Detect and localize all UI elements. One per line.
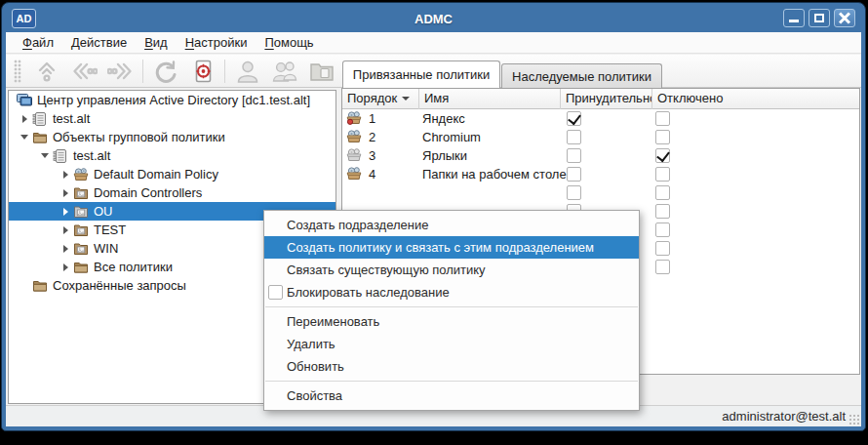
disabled-checkbox[interactable] <box>655 260 670 274</box>
table-row[interactable]: 2 Chromium <box>342 128 859 146</box>
ou-folder-icon <box>73 185 89 201</box>
forward-button[interactable] <box>105 58 136 85</box>
disabled-checkbox[interactable] <box>655 130 670 144</box>
menu-item-block-inheritance[interactable]: Блокировать наследование <box>264 281 639 303</box>
ou-folder-icon <box>73 241 89 257</box>
column-header-name[interactable]: Имя <box>419 89 561 109</box>
tree-item-domain[interactable]: test.alt <box>9 109 335 128</box>
disabled-checkbox[interactable] <box>655 111 670 126</box>
tree-item-default-domain-policy[interactable]: Default Domain Policy <box>9 165 335 183</box>
maximize-button[interactable] <box>809 9 830 27</box>
ou-folder-icon <box>73 204 89 220</box>
expander-collapsed-icon[interactable] <box>58 263 73 271</box>
tree-item-root[interactable]: Центр управления Active Directory [dc1.t… <box>9 91 335 109</box>
expander-expanded-icon[interactable] <box>37 153 53 158</box>
resize-grip[interactable] <box>848 414 859 425</box>
refresh-button[interactable] <box>150 58 180 85</box>
user-button[interactable] <box>232 58 262 85</box>
disabled-checkbox[interactable] <box>655 148 670 163</box>
disabled-checkbox[interactable] <box>655 204 670 219</box>
menu-settings[interactable]: Настройки <box>177 32 256 54</box>
domain-icon <box>53 148 68 164</box>
app-icon: AD <box>12 9 36 28</box>
tab-linked-policies[interactable]: Привязанные политики <box>342 61 500 88</box>
disabled-checkbox[interactable] <box>655 185 670 200</box>
titlebar[interactable]: AD ADMC <box>5 5 862 32</box>
users-icon <box>271 59 298 84</box>
toolbar-drag-handle[interactable] <box>14 60 21 83</box>
tree-item-label: TEST <box>94 222 126 237</box>
tree-item-domain-gpo[interactable]: test.alt <box>9 146 335 165</box>
tree-item-domain-controllers[interactable]: Domain Controllers <box>9 183 335 202</box>
expander-collapsed-icon[interactable] <box>58 189 73 197</box>
tree-item-label: Default Domain Policy <box>94 167 218 182</box>
policy-enforced-icon <box>346 110 362 126</box>
tree-item-label: Объекты групповой политики <box>53 130 225 144</box>
maximize-icon <box>814 14 824 22</box>
policy-folder-icon <box>308 59 335 84</box>
filter-objects-button[interactable] <box>187 58 217 85</box>
toolbar-separator <box>142 60 143 83</box>
disabled-checkbox[interactable] <box>655 167 670 182</box>
tree-item-label: Центр управления Active Directory [dc1.t… <box>37 93 310 107</box>
forced-checkbox[interactable] <box>567 130 581 144</box>
menu-separator <box>265 306 638 307</box>
menu-item-properties[interactable]: Свойства <box>264 384 639 407</box>
menu-help[interactable]: Помощь <box>256 32 322 54</box>
ou-context-menu: Создать подразделение Создать политику и… <box>263 210 640 411</box>
table-row[interactable]: 1 Яндекс <box>342 109 859 128</box>
minimize-button[interactable] <box>783 9 805 27</box>
forced-checkbox[interactable] <box>567 148 581 163</box>
menu-view[interactable]: Вид <box>136 32 177 54</box>
policy-icon <box>346 166 362 182</box>
block-inheritance-checkbox[interactable] <box>268 285 283 300</box>
expander-collapsed-icon[interactable] <box>58 245 73 253</box>
forced-checkbox[interactable] <box>567 111 581 126</box>
disabled-checkbox[interactable] <box>655 241 670 256</box>
expander-collapsed-icon[interactable] <box>58 171 73 179</box>
menu-item-delete[interactable]: Удалить <box>264 333 639 355</box>
tree-item-label: OU <box>94 204 113 219</box>
ou-folder-icon <box>73 222 89 238</box>
policy-disabled-icon <box>346 147 362 163</box>
users-button[interactable] <box>269 58 299 85</box>
table-row[interactable]: 3 Ярлыки <box>342 146 859 165</box>
menu-action[interactable]: Действие <box>62 32 136 54</box>
table-row[interactable] <box>342 183 859 202</box>
expander-collapsed-icon[interactable] <box>58 226 73 234</box>
policy-folder-button[interactable] <box>306 58 336 85</box>
computer-icon <box>17 93 32 108</box>
back-button[interactable] <box>68 58 99 85</box>
close-button[interactable] <box>834 9 855 27</box>
column-header-disabled[interactable]: Отключено <box>652 89 860 109</box>
domain-icon <box>32 111 48 127</box>
expander-collapsed-icon[interactable] <box>17 115 32 123</box>
menu-item-rename[interactable]: Переименовать <box>264 310 639 333</box>
tree-item-gpo-objects[interactable]: Объекты групповой политики <box>9 128 335 146</box>
window-title: ADMC <box>5 12 862 26</box>
tab-inherited-policies[interactable]: Наследуемые политики <box>501 63 662 88</box>
column-header-order[interactable]: Порядок <box>342 89 419 109</box>
policy-icon <box>346 129 362 144</box>
menu-item-create-ou[interactable]: Создать подразделение <box>264 214 639 236</box>
go-up-button[interactable] <box>31 58 61 85</box>
disabled-checkbox[interactable] <box>655 222 670 237</box>
table-row[interactable]: 4 Папки на рабочем столе <box>342 165 859 183</box>
menu-file[interactable]: Файл <box>14 32 62 54</box>
tree-item-label: test.alt <box>53 111 90 126</box>
forward-icon <box>107 59 135 84</box>
forced-checkbox[interactable] <box>567 167 581 182</box>
tree-item-label: Domain Controllers <box>94 185 202 200</box>
toolbar-separator <box>224 60 225 83</box>
expander-expanded-icon[interactable] <box>17 135 32 140</box>
menu-item-refresh[interactable]: Обновить <box>264 355 639 378</box>
expander-collapsed-icon[interactable] <box>58 208 73 216</box>
column-header-forced[interactable]: Принудительно <box>561 89 652 109</box>
user-icon <box>234 59 261 84</box>
forced-checkbox[interactable] <box>567 185 581 200</box>
logged-in-user: administrator@test.alt <box>722 409 846 424</box>
table-header: Порядок Имя Принудительно Отключено <box>342 89 859 109</box>
tree-item-label: WIN <box>94 241 118 256</box>
menu-item-create-policy-and-link[interactable]: Создать политику и связать с этим подраз… <box>264 236 639 259</box>
menu-item-link-existing-policy[interactable]: Связать существующую политику <box>264 259 639 281</box>
